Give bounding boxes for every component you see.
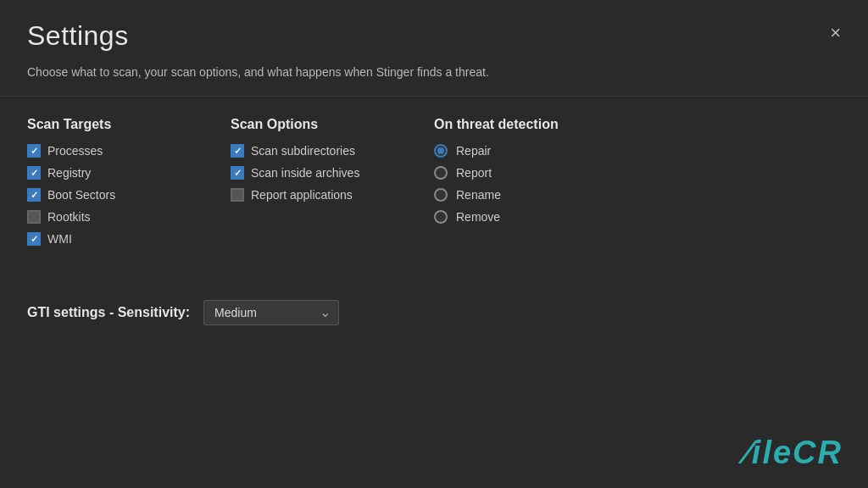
rename-label: Rename <box>456 188 501 202</box>
report-applications-label: Report applications <box>251 188 353 202</box>
rootkits-checkbox[interactable] <box>27 210 41 224</box>
registry-checkbox[interactable] <box>27 166 41 180</box>
list-item[interactable]: Report applications <box>231 188 383 202</box>
scan-archives-checkbox[interactable] <box>231 166 244 180</box>
boot-sectors-label: Boot Sectors <box>47 188 115 202</box>
scan-subdirectories-label: Scan subdirectories <box>251 144 355 158</box>
list-item[interactable]: Boot Sectors <box>27 188 180 202</box>
list-item[interactable]: Rename <box>434 188 587 202</box>
list-item[interactable]: Scan inside archives <box>231 166 383 180</box>
boot-sectors-checkbox[interactable] <box>27 188 41 202</box>
list-item[interactable]: Processes <box>27 144 180 158</box>
title-bar: Settings × <box>0 0 868 65</box>
settings-dialog: Settings × Choose what to scan, your sca… <box>0 0 868 488</box>
report-radio[interactable] <box>434 166 448 180</box>
gti-settings-row: GTI settings - Sensitivity: Low Medium H… <box>0 283 868 342</box>
scan-targets-section: Scan Targets Processes Registry Boot Sec… <box>27 117 180 254</box>
remove-label: Remove <box>456 210 500 224</box>
processes-checkbox[interactable] <box>27 144 41 158</box>
list-item[interactable]: WMI <box>27 232 180 246</box>
list-item[interactable]: Repair <box>434 144 587 158</box>
registry-label: Registry <box>47 166 91 180</box>
on-threat-title: On threat detection <box>434 117 587 132</box>
gti-sensitivity-select[interactable]: Low Medium High Very High <box>203 300 339 325</box>
rootkits-label: Rootkits <box>47 210 91 224</box>
remove-radio[interactable] <box>434 210 448 224</box>
close-button[interactable]: × <box>830 24 841 42</box>
scan-subdirectories-checkbox[interactable] <box>231 144 244 158</box>
list-item[interactable]: Remove <box>434 210 587 224</box>
repair-radio[interactable] <box>434 144 448 158</box>
on-threat-detection-section: On threat detection Repair Report Rename… <box>434 117 587 254</box>
repair-label: Repair <box>456 144 491 158</box>
scan-targets-title: Scan Targets <box>27 117 180 132</box>
gti-select-wrapper[interactable]: Low Medium High Very High <box>203 300 339 325</box>
wmi-label: WMI <box>47 232 72 246</box>
list-item[interactable]: Rootkits <box>27 210 180 224</box>
subtitle-text: Choose what to scan, your scan options, … <box>0 65 868 97</box>
content-area: Scan Targets Processes Registry Boot Sec… <box>0 97 868 274</box>
scan-archives-label: Scan inside archives <box>251 166 359 180</box>
processes-label: Processes <box>47 144 103 158</box>
list-item[interactable]: Registry <box>27 166 180 180</box>
watermark: ∕ileCR <box>745 435 843 471</box>
rename-radio[interactable] <box>434 188 448 202</box>
report-label: Report <box>456 166 492 180</box>
scan-options-title: Scan Options <box>231 117 383 132</box>
list-item[interactable]: Report <box>434 166 587 180</box>
report-applications-checkbox[interactable] <box>231 188 244 202</box>
scan-options-section: Scan Options Scan subdirectories Scan in… <box>231 117 383 254</box>
gti-label: GTI settings - Sensitivity: <box>27 305 190 320</box>
dialog-title: Settings <box>27 20 129 52</box>
list-item[interactable]: Scan subdirectories <box>231 144 383 158</box>
wmi-checkbox[interactable] <box>27 232 41 246</box>
